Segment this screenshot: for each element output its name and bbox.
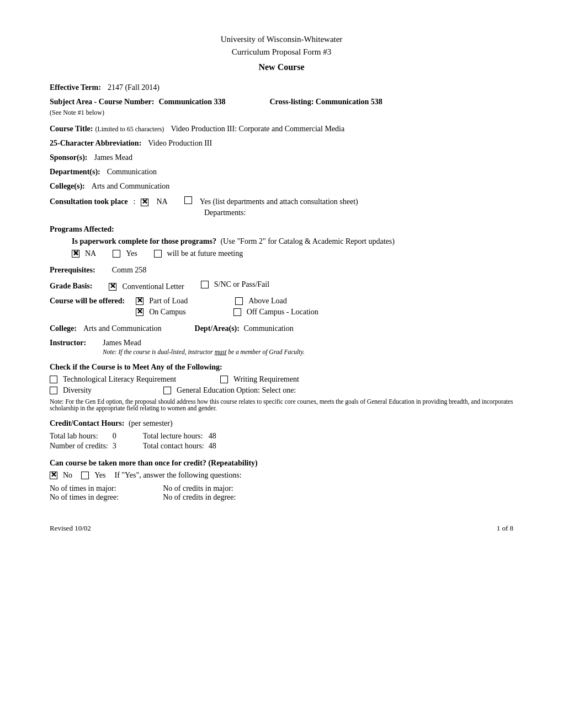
repeatability-details: No of times in major: No of times in deg… bbox=[50, 484, 513, 502]
repeatability-yes-checkbox[interactable] bbox=[81, 472, 89, 479]
department-value: Communication bbox=[107, 168, 157, 176]
grade-conventional-label: Conventional Letter bbox=[122, 282, 184, 291]
grade-basis-label: Grade Basis: bbox=[50, 282, 92, 291]
on-campus-checkbox[interactable]: ✕ bbox=[136, 308, 144, 316]
form-name: Curriculum Proposal Form #3 bbox=[50, 46, 513, 58]
instructor-row: Instructor: James Mead Note: If the cour… bbox=[50, 339, 513, 355]
check-course-note: Note: For the Gen Ed option, the proposa… bbox=[50, 398, 513, 411]
writing-req-label: Writing Requirement bbox=[233, 375, 299, 384]
footer-page: 1 of 8 bbox=[497, 524, 513, 533]
course-title-row: Course Title: (Limited to 65 characters)… bbox=[50, 125, 513, 133]
check-course-heading: Check if the Course is to Meet Any of th… bbox=[50, 363, 513, 372]
instructor-details: James Mead Note: If the course is dual-l… bbox=[103, 339, 305, 355]
college-dept-college-label: College: bbox=[50, 324, 77, 333]
tech-literacy-label: Technological Literacy Requirement bbox=[63, 375, 176, 384]
tech-literacy-option: Technological Literacy Requirement bbox=[50, 375, 176, 384]
total-lecture-value: 48 bbox=[209, 431, 221, 441]
college-dept-row: College: Arts and Communication Dept/Are… bbox=[50, 324, 513, 333]
course-offered-row2: ✕ On Campus Off Campus - Location bbox=[136, 308, 318, 317]
credit-hours-note: (per semester) bbox=[129, 419, 173, 427]
consultation-departments-label: Departments: bbox=[204, 208, 246, 217]
off-campus-option: Off Campus - Location bbox=[233, 308, 318, 317]
subject-area-course: Communication 338 bbox=[159, 98, 226, 106]
programs-question-note: (Use "Form 2" for Catalog & Academic Rep… bbox=[220, 237, 394, 245]
programs-future-checkbox[interactable] bbox=[154, 250, 162, 258]
part-of-load-label: Part of Load bbox=[149, 297, 188, 306]
repeatability-options: ✕ No Yes If "Yes", answer the following … bbox=[50, 471, 513, 480]
instructor-value: James Mead bbox=[103, 339, 305, 347]
programs-section: Programs Affected: Is paperwork complete… bbox=[50, 225, 513, 258]
repeatability-yes-option: Yes bbox=[81, 471, 105, 480]
above-load-label: Above Load bbox=[248, 297, 287, 306]
sponsor-row: Sponsor(s): James Mead bbox=[50, 153, 513, 162]
credit-hours-section: Credit/Contact Hours: (per semester) Tot… bbox=[50, 419, 513, 451]
grade-conventional-option: ✕ Conventional Letter bbox=[109, 282, 184, 291]
programs-yes-label: Yes bbox=[126, 249, 137, 258]
instructor-section: Instructor: James Mead Note: If the cour… bbox=[50, 339, 513, 355]
diversity-checkbox[interactable] bbox=[50, 387, 57, 394]
programs-question: Is paperwork complete for those programs… bbox=[72, 237, 216, 245]
writing-req-checkbox[interactable] bbox=[220, 376, 228, 383]
credits-major-row: No of credits in major: bbox=[163, 484, 236, 493]
credits-major-label: No of credits in major: bbox=[163, 484, 233, 493]
college-value: Arts and Communication bbox=[92, 182, 170, 191]
footer: Revised 10/02 1 of 8 bbox=[50, 524, 513, 533]
hours-row2: Number of credits: 3 Total contact hours… bbox=[50, 441, 221, 451]
total-lab-value: 0 bbox=[113, 431, 121, 441]
consultation-na-label: NA bbox=[156, 197, 167, 206]
university-header: University of Wisconsin-Whitewater Curri… bbox=[50, 33, 513, 58]
credit-hours-heading-row: Credit/Contact Hours: (per semester) bbox=[50, 419, 513, 428]
programs-yes-option: Yes bbox=[113, 249, 137, 258]
effective-term-row: Effective Term: 2147 (Fall 2014) bbox=[50, 83, 513, 92]
grade-snc-checkbox[interactable] bbox=[201, 281, 209, 288]
college-dept-college-value: Arts and Communication bbox=[83, 324, 162, 333]
above-load-checkbox[interactable] bbox=[235, 297, 243, 305]
gen-ed-checkbox[interactable] bbox=[163, 387, 171, 394]
hours-table: Total lab hours: 0 Total lecture hours: … bbox=[50, 431, 221, 451]
consultation-yes-label: Yes (list departments and attach consult… bbox=[200, 197, 358, 206]
check-course-row2: Diversity General Education Option: Sele… bbox=[50, 386, 513, 395]
repeatability-if-yes: If "Yes", answer the following questions… bbox=[115, 471, 242, 480]
gen-ed-option: General Education Option: Select one: bbox=[163, 386, 296, 395]
times-degree-label: No of times in degree: bbox=[50, 493, 119, 501]
consultation-departments: Departments: bbox=[204, 208, 513, 217]
department-row: Department(s): Communication bbox=[50, 168, 513, 176]
hours-row1: Total lab hours: 0 Total lecture hours: … bbox=[50, 431, 221, 441]
tech-literacy-checkbox[interactable] bbox=[50, 376, 57, 383]
programs-na-checkbox[interactable]: ✕ bbox=[72, 250, 79, 258]
programs-na-option: ✕ NA bbox=[72, 249, 96, 258]
repeatability-left: No of times in major: No of times in deg… bbox=[50, 484, 119, 502]
programs-yes-checkbox[interactable] bbox=[113, 250, 120, 258]
times-major-label: No of times in major: bbox=[50, 484, 116, 493]
subject-area-note: (See Note #1 below) bbox=[50, 109, 513, 117]
programs-question-row: Is paperwork complete for those programs… bbox=[72, 237, 513, 246]
credit-hours-heading: Credit/Contact Hours: bbox=[50, 419, 124, 427]
total-lecture-label: Total lecture hours: bbox=[121, 431, 209, 441]
course-offered-section: Course will be offered: ✕ Part of Load A… bbox=[50, 297, 513, 317]
consultation-na-checkbox[interactable]: ✕ bbox=[141, 199, 148, 206]
instructor-label: Instructor: bbox=[50, 339, 86, 347]
subject-area-label: Subject Area - Course Number: bbox=[50, 98, 155, 106]
part-of-load-checkbox[interactable]: ✕ bbox=[136, 297, 144, 305]
course-offered-label: Course will be offered: bbox=[50, 297, 125, 306]
off-campus-checkbox[interactable] bbox=[233, 308, 241, 316]
prerequisites-row: Prerequisites: Comm 258 bbox=[50, 266, 513, 275]
department-label: Department(s): bbox=[50, 168, 100, 176]
college-label: College(s): bbox=[50, 182, 85, 191]
programs-indent: Is paperwork complete for those programs… bbox=[72, 237, 513, 258]
prerequisites-label: Prerequisites: bbox=[50, 266, 95, 275]
repeatability-right: No of credits in major: No of credits in… bbox=[163, 484, 236, 502]
writing-req-option: Writing Requirement bbox=[220, 375, 299, 384]
grade-conventional-checkbox[interactable]: ✕ bbox=[109, 283, 116, 291]
abbreviation-label: 25-Character Abbreviation: bbox=[50, 139, 141, 148]
total-lab-label: Total lab hours: bbox=[50, 431, 113, 441]
sponsor-label: Sponsor(s): bbox=[50, 153, 87, 162]
num-credits-value: 3 bbox=[113, 441, 121, 451]
course-offered-row1: ✕ Part of Load Above Load bbox=[136, 297, 318, 306]
num-credits-label: Number of credits: bbox=[50, 441, 113, 451]
effective-term-label: Effective Term: bbox=[50, 83, 101, 92]
repeatability-no-checkbox[interactable]: ✕ bbox=[50, 472, 57, 479]
check-course-row1: Technological Literacy Requirement Writi… bbox=[50, 375, 513, 384]
repeatability-yes-label: Yes bbox=[94, 471, 105, 480]
consultation-yes-checkbox[interactable] bbox=[184, 196, 192, 204]
